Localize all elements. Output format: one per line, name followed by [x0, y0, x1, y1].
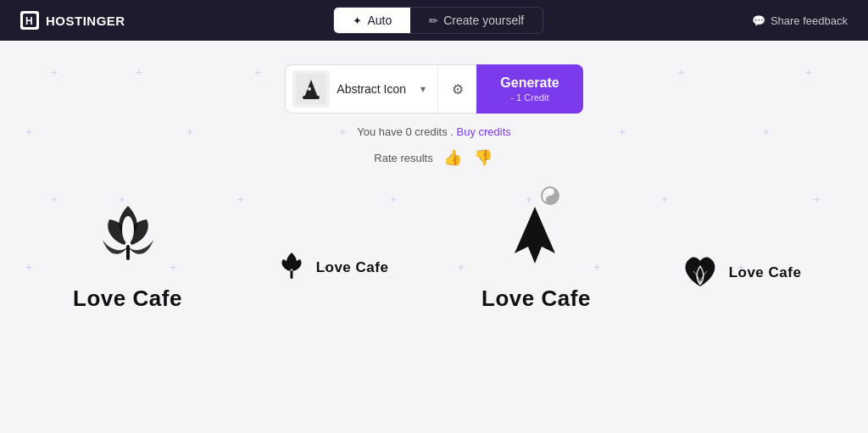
style-thumbnail [292, 70, 330, 108]
logo-name-3: Love Cafe [481, 286, 591, 312]
svg-rect-8 [290, 270, 292, 279]
brand-name: HOSTINGER [46, 14, 125, 28]
credits-row: You have 0 credits . Buy credits [357, 125, 511, 138]
rate-results-row: Rate results 👍 👎 [374, 147, 493, 169]
feedback-button[interactable]: 💬 Share feedback [752, 14, 848, 27]
rate-label: Rate results [374, 152, 432, 164]
nav-tabs: ✦ Auto ✏ Create yourself [333, 7, 543, 34]
main-content: + + + + + + + + + + + + + + + + + + + + … [0, 41, 868, 320]
plus-deco: + [254, 66, 261, 78]
plus-deco: + [619, 125, 626, 137]
gear-icon: ⚙ [452, 81, 464, 97]
tab-auto-label: Auto [367, 14, 392, 27]
hostinger-logo-icon: H [20, 11, 39, 30]
chevron-down-icon: ▾ [420, 83, 426, 95]
generate-button[interactable]: Generate - 1 Credit [476, 64, 582, 114]
logo-item-3[interactable]: Love Cafe [434, 186, 638, 320]
plus-deco: + [186, 125, 193, 137]
logo-name-2: Love Cafe [316, 259, 389, 276]
navbar: H HOSTINGER ✦ Auto ✏ Create yourself 💬 S… [0, 0, 868, 41]
thumbs-down-icon: 👎 [474, 149, 492, 166]
style-label: Abstract Icon [337, 82, 414, 96]
brand-logo: H HOSTINGER [20, 11, 125, 30]
style-selector[interactable]: Abstract Icon ▾ [285, 64, 437, 114]
credits-text: You have 0 credits . [357, 125, 453, 138]
feedback-label: Share feedback [771, 14, 848, 27]
svg-point-11 [548, 198, 552, 202]
logo-name-1: Love Cafe [73, 286, 182, 312]
logo-inline-2: Love Cafe [275, 249, 389, 286]
settings-button[interactable]: ⚙ [437, 64, 476, 114]
logo-grid: Love Cafe Love Cafe [0, 186, 868, 320]
svg-rect-4 [303, 96, 320, 99]
plus-deco: + [763, 125, 770, 137]
plus-deco: + [678, 66, 685, 78]
auto-icon: ✦ [353, 14, 362, 27]
logo-inline-4: Love Cafe [680, 251, 802, 295]
buy-credits-link[interactable]: Buy credits [457, 125, 511, 138]
logo-item-2[interactable]: Love Cafe [230, 241, 434, 295]
svg-point-5 [308, 87, 311, 91]
svg-point-6 [122, 216, 134, 243]
thumbs-down-button[interactable]: 👎 [472, 147, 494, 169]
tab-auto[interactable]: ✦ Auto [334, 8, 410, 33]
logo-name-4: Love Cafe [729, 264, 802, 281]
plus-deco: + [805, 66, 812, 78]
svg-point-10 [548, 190, 552, 193]
plus-deco: + [25, 125, 32, 137]
tab-create-yourself[interactable]: ✏ Create yourself [410, 8, 542, 33]
toolbar: Abstract Icon ▾ ⚙ Generate - 1 Credit [285, 64, 582, 114]
thumbs-up-icon: 👍 [443, 149, 462, 166]
logo-item-4[interactable]: Love Cafe [638, 242, 843, 303]
logo-svg-3 [494, 194, 579, 279]
plus-deco: + [136, 66, 142, 78]
tab-create-yourself-label: Create yourself [443, 14, 524, 27]
plus-deco: + [51, 66, 58, 78]
generate-credit: - 1 Credit [510, 92, 548, 103]
generate-label: Generate [500, 75, 559, 91]
logo-item-1[interactable]: Love Cafe [25, 186, 230, 320]
svg-text:H: H [25, 15, 33, 27]
plus-deco: + [339, 125, 346, 137]
feedback-icon: 💬 [752, 14, 765, 27]
pencil-icon: ✏ [429, 14, 438, 27]
svg-rect-7 [126, 245, 130, 260]
thumbs-up-button[interactable]: 👍 [442, 147, 464, 169]
logo-svg-1 [90, 194, 166, 279]
